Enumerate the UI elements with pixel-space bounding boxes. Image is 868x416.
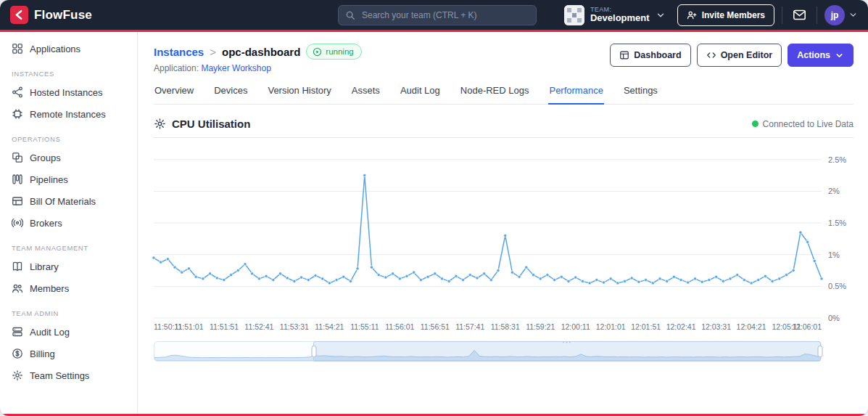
x-axis-label: 11:51:01 — [174, 322, 203, 331]
dashboard-button[interactable]: Dashboard — [610, 44, 690, 67]
chart-title: CPU Utilisation — [172, 118, 250, 130]
navigator-selection[interactable] — [313, 341, 821, 362]
x-axis-label: 12:01:01 — [596, 322, 626, 331]
team-selector[interactable]: TEAM: Development — [560, 2, 670, 28]
gear-icon — [154, 118, 166, 130]
sidebar-item-label: Hosted Instances — [30, 87, 102, 98]
navbar-divider — [817, 7, 817, 24]
search-icon — [345, 10, 355, 20]
chart-range-navigator[interactable] — [154, 341, 822, 362]
app-window: FlowFuse TEAM: Development — [0, 0, 868, 416]
status-badge: running — [306, 44, 361, 60]
x-axis-label: 11:52:41 — [244, 322, 273, 331]
x-axis-label: 11:55:11 — [350, 322, 379, 331]
tab-devices[interactable]: Devices — [213, 85, 248, 104]
open-editor-button-label: Open Editor — [721, 50, 773, 60]
x-axis-label: 11:51:51 — [210, 322, 239, 331]
instance-header: Instances > opc-dashboard running Applic… — [154, 44, 362, 73]
sidebar-item-label: Bill Of Materials — [30, 196, 96, 207]
sidebar-item-groups[interactable]: Groups — [0, 147, 137, 168]
sidebar-section-heading: TEAM ADMIN — [0, 299, 137, 321]
sidebar-item-team-settings[interactable]: Team Settings — [0, 364, 137, 386]
tab-audit-log[interactable]: Audit Log — [400, 85, 441, 104]
x-axis-label: 11:54:21 — [315, 322, 344, 331]
open-editor-button[interactable]: Open Editor — [697, 44, 782, 67]
sidebar-item-members[interactable]: Members — [0, 277, 137, 299]
sidebar-item-label: Team Settings — [30, 370, 89, 381]
navbar-divider — [782, 7, 782, 24]
x-axis-label: 12:02:41 — [666, 322, 696, 331]
x-axis-label: 12:00:11 — [561, 322, 590, 331]
sidebar-item-hosted-instances[interactable]: Hosted Instances — [0, 81, 137, 103]
x-axis-label: 11:57:41 — [455, 322, 484, 331]
breadcrumb-instances-link[interactable]: Instances — [154, 46, 204, 58]
breadcrumb: Instances > opc-dashboard running — [154, 44, 362, 60]
applications-icon — [12, 43, 23, 54]
cpu-utilisation-panel: CPU Utilisation Connected to Live Data 0… — [154, 118, 853, 362]
actions-button-label: Actions — [797, 50, 830, 60]
pipelines-icon — [12, 174, 23, 185]
sidebar-item-applications[interactable]: Applications — [0, 38, 137, 60]
navigator-handle-left[interactable] — [311, 346, 316, 357]
x-axis-label: 11:58:31 — [491, 322, 520, 331]
x-axis-label: 12:06:01 — [792, 322, 822, 331]
live-dot-icon — [752, 121, 759, 127]
status-badge-label: running — [326, 47, 353, 56]
x-axis-label: 11:53:31 — [280, 322, 309, 331]
hosted-instances-icon — [12, 86, 23, 98]
sidebar-item-billing[interactable]: Billing — [0, 343, 137, 364]
tab-node-red-logs[interactable]: Node-RED Logs — [460, 85, 530, 104]
tab-performance[interactable]: Performance — [548, 85, 603, 105]
library-icon — [12, 261, 23, 272]
sidebar-item-audit-log[interactable]: Audit Log — [0, 321, 137, 343]
flowfuse-logo[interactable]: FlowFuse — [10, 6, 92, 24]
sidebar-item-label: Audit Log — [30, 327, 70, 338]
y-axis-label: 0% — [822, 314, 840, 322]
live-status: Connected to Live Data — [752, 119, 853, 129]
sidebar-item-label: Brokers — [30, 218, 62, 229]
remote-instances-icon — [12, 108, 23, 120]
sidebar-item-brokers[interactable]: Brokers — [0, 212, 137, 234]
sidebar-item-bill-of-materials[interactable]: Bill Of Materials — [0, 190, 137, 212]
x-axis-label: 12:01:51 — [631, 322, 661, 331]
chevron-down-icon — [835, 51, 844, 60]
sidebar-item-library[interactable]: Library — [0, 256, 137, 277]
team-name: Development — [590, 13, 650, 24]
instance-tabs: OverviewDevicesVersion HistoryAssetsAudi… — [154, 85, 853, 105]
notifications-button[interactable] — [790, 5, 809, 25]
sidebar-item-label: Billing — [30, 348, 55, 359]
chevron-down-icon — [848, 10, 858, 20]
breadcrumb-separator: > — [210, 46, 216, 58]
y-axis-label: 1% — [822, 250, 840, 259]
team-settings-icon — [12, 370, 23, 381]
sidebar-item-pipelines[interactable]: Pipelines — [0, 168, 137, 190]
tab-version-history[interactable]: Version History — [267, 85, 331, 104]
x-axis-label: 11:56:01 — [385, 322, 414, 331]
navigator-handle-right[interactable] — [817, 346, 822, 357]
sidebar-item-remote-instances[interactable]: Remote Instances — [0, 103, 137, 125]
x-axis-label: 11:59:21 — [526, 322, 555, 331]
team-search[interactable] — [338, 5, 537, 25]
tab-assets[interactable]: Assets — [351, 85, 381, 104]
navigator-grip[interactable] — [562, 340, 571, 346]
avatar: jp — [824, 5, 845, 25]
cpu-chart-svg — [154, 144, 822, 318]
sidebar-item-label: Applications — [30, 44, 80, 54]
actions-button[interactable]: Actions — [788, 44, 853, 67]
bill-of-materials-icon — [12, 195, 23, 207]
tab-settings[interactable]: Settings — [623, 85, 658, 104]
brokers-icon — [12, 217, 23, 229]
search-input[interactable] — [360, 9, 529, 21]
user-plus-icon — [687, 10, 697, 20]
invite-members-button[interactable]: Invite Members — [677, 4, 774, 26]
header-actions: Dashboard Open Editor Actions — [610, 44, 853, 67]
user-menu[interactable]: jp — [824, 5, 858, 25]
open-editor-icon — [706, 50, 716, 60]
y-axis-label: 2.5% — [822, 155, 846, 164]
audit-log-icon — [12, 326, 23, 338]
y-axis-label: 1.5% — [822, 219, 846, 227]
application-link[interactable]: Mayker Workshop — [201, 63, 270, 73]
instance-name: opc-dashboard — [222, 46, 300, 58]
sidebar-item-label: Members — [30, 283, 69, 294]
tab-overview[interactable]: Overview — [154, 85, 194, 104]
